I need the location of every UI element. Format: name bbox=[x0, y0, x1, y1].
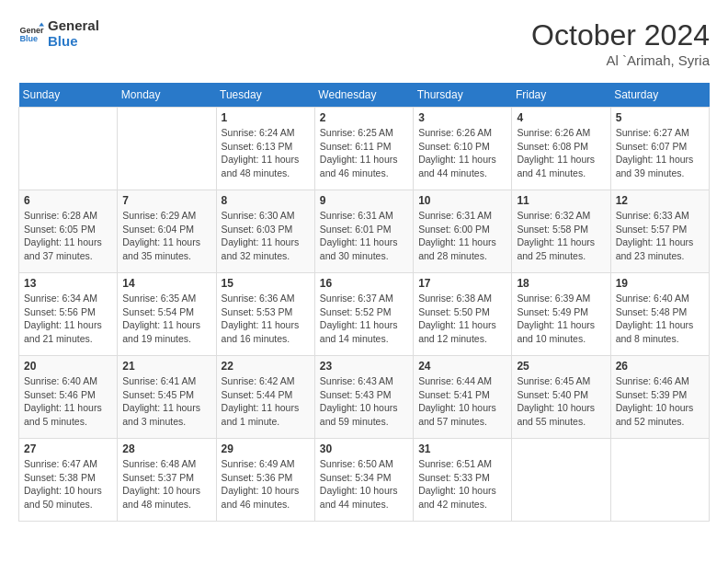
calendar-cell bbox=[118, 108, 216, 190]
logo: General Blue General Blue bbox=[18, 18, 99, 49]
day-number: 12 bbox=[616, 194, 704, 207]
svg-marker-2 bbox=[39, 22, 44, 26]
day-info: Sunrise: 6:43 AM Sunset: 5:43 PM Dayligh… bbox=[320, 374, 408, 429]
calendar-cell: 12Sunrise: 6:33 AM Sunset: 5:57 PM Dayli… bbox=[610, 190, 709, 273]
weekday-header-tuesday: Tuesday bbox=[216, 83, 314, 108]
calendar-cell: 1Sunrise: 6:24 AM Sunset: 6:13 PM Daylig… bbox=[216, 108, 314, 190]
calendar-cell: 13Sunrise: 6:34 AM Sunset: 5:56 PM Dayli… bbox=[19, 273, 118, 356]
day-info: Sunrise: 6:41 AM Sunset: 5:45 PM Dayligh… bbox=[122, 374, 210, 429]
day-number: 27 bbox=[24, 442, 112, 455]
calendar-week-row: 20Sunrise: 6:40 AM Sunset: 5:46 PM Dayli… bbox=[19, 356, 710, 439]
weekday-header-wednesday: Wednesday bbox=[314, 83, 413, 108]
calendar-cell: 30Sunrise: 6:50 AM Sunset: 5:34 PM Dayli… bbox=[314, 439, 413, 522]
day-info: Sunrise: 6:40 AM Sunset: 5:46 PM Dayligh… bbox=[24, 374, 112, 429]
day-number: 14 bbox=[122, 277, 210, 290]
calendar-cell: 9Sunrise: 6:31 AM Sunset: 6:01 PM Daylig… bbox=[314, 190, 413, 273]
day-info: Sunrise: 6:34 AM Sunset: 5:56 PM Dayligh… bbox=[24, 292, 112, 346]
calendar-cell: 11Sunrise: 6:32 AM Sunset: 5:58 PM Dayli… bbox=[512, 190, 610, 273]
day-info: Sunrise: 6:31 AM Sunset: 6:01 PM Dayligh… bbox=[320, 209, 408, 263]
calendar-cell: 14Sunrise: 6:35 AM Sunset: 5:54 PM Dayli… bbox=[118, 273, 216, 356]
day-number: 19 bbox=[616, 277, 704, 290]
calendar-cell: 31Sunrise: 6:51 AM Sunset: 5:33 PM Dayli… bbox=[414, 439, 512, 522]
day-number: 10 bbox=[418, 194, 506, 207]
weekday-header-friday: Friday bbox=[512, 83, 610, 108]
day-number: 16 bbox=[320, 277, 408, 290]
calendar-cell: 3Sunrise: 6:26 AM Sunset: 6:10 PM Daylig… bbox=[414, 108, 512, 190]
weekday-header-monday: Monday bbox=[118, 83, 216, 108]
day-number: 7 bbox=[122, 194, 210, 207]
day-number: 25 bbox=[517, 360, 605, 373]
day-number: 23 bbox=[320, 360, 408, 373]
calendar-cell: 25Sunrise: 6:45 AM Sunset: 5:40 PM Dayli… bbox=[512, 356, 610, 439]
calendar-cell: 10Sunrise: 6:31 AM Sunset: 6:00 PM Dayli… bbox=[414, 190, 512, 273]
calendar-cell: 15Sunrise: 6:36 AM Sunset: 5:53 PM Dayli… bbox=[216, 273, 314, 356]
day-number: 17 bbox=[418, 277, 506, 290]
day-number: 24 bbox=[418, 360, 506, 373]
calendar-cell bbox=[610, 439, 709, 522]
calendar-week-row: 27Sunrise: 6:47 AM Sunset: 5:38 PM Dayli… bbox=[19, 439, 710, 522]
day-number: 31 bbox=[418, 442, 506, 455]
calendar-cell: 24Sunrise: 6:44 AM Sunset: 5:41 PM Dayli… bbox=[414, 356, 512, 439]
calendar-cell: 21Sunrise: 6:41 AM Sunset: 5:45 PM Dayli… bbox=[118, 356, 216, 439]
svg-text:General: General bbox=[19, 25, 44, 34]
day-number: 28 bbox=[122, 442, 210, 455]
calendar-cell: 27Sunrise: 6:47 AM Sunset: 5:38 PM Dayli… bbox=[19, 439, 118, 522]
day-info: Sunrise: 6:40 AM Sunset: 5:48 PM Dayligh… bbox=[616, 292, 704, 346]
calendar-cell: 26Sunrise: 6:46 AM Sunset: 5:39 PM Dayli… bbox=[610, 356, 709, 439]
day-info: Sunrise: 6:26 AM Sunset: 6:08 PM Dayligh… bbox=[517, 126, 605, 180]
logo-icon: General Blue bbox=[18, 21, 44, 47]
day-info: Sunrise: 6:44 AM Sunset: 5:41 PM Dayligh… bbox=[418, 374, 506, 429]
day-info: Sunrise: 6:42 AM Sunset: 5:44 PM Dayligh… bbox=[222, 374, 310, 429]
calendar-cell: 23Sunrise: 6:43 AM Sunset: 5:43 PM Dayli… bbox=[314, 356, 413, 439]
calendar-cell: 2Sunrise: 6:25 AM Sunset: 6:11 PM Daylig… bbox=[314, 108, 413, 190]
day-info: Sunrise: 6:31 AM Sunset: 6:00 PM Dayligh… bbox=[418, 209, 506, 263]
day-info: Sunrise: 6:48 AM Sunset: 5:37 PM Dayligh… bbox=[122, 457, 210, 511]
day-number: 15 bbox=[222, 277, 310, 290]
calendar-cell: 16Sunrise: 6:37 AM Sunset: 5:52 PM Dayli… bbox=[314, 273, 413, 356]
day-info: Sunrise: 6:29 AM Sunset: 6:04 PM Dayligh… bbox=[122, 209, 210, 263]
calendar-cell: 19Sunrise: 6:40 AM Sunset: 5:48 PM Dayli… bbox=[610, 273, 709, 356]
calendar-cell: 18Sunrise: 6:39 AM Sunset: 5:49 PM Dayli… bbox=[512, 273, 610, 356]
day-info: Sunrise: 6:46 AM Sunset: 5:39 PM Dayligh… bbox=[616, 374, 704, 429]
title-block: October 2024 Al `Arimah, Syria bbox=[531, 18, 710, 68]
day-info: Sunrise: 6:32 AM Sunset: 5:58 PM Dayligh… bbox=[517, 209, 605, 263]
day-info: Sunrise: 6:33 AM Sunset: 5:57 PM Dayligh… bbox=[616, 209, 704, 263]
day-number: 6 bbox=[24, 194, 112, 207]
location-subtitle: Al `Arimah, Syria bbox=[531, 52, 710, 68]
logo-general: General bbox=[48, 18, 99, 34]
day-number: 4 bbox=[517, 111, 605, 124]
calendar-table: SundayMondayTuesdayWednesdayThursdayFrid… bbox=[18, 83, 710, 522]
day-number: 20 bbox=[24, 360, 112, 373]
calendar-cell: 8Sunrise: 6:30 AM Sunset: 6:03 PM Daylig… bbox=[216, 190, 314, 273]
day-info: Sunrise: 6:47 AM Sunset: 5:38 PM Dayligh… bbox=[24, 457, 112, 511]
day-info: Sunrise: 6:45 AM Sunset: 5:40 PM Dayligh… bbox=[517, 374, 605, 429]
calendar-header: SundayMondayTuesdayWednesdayThursdayFrid… bbox=[19, 83, 710, 108]
day-info: Sunrise: 6:38 AM Sunset: 5:50 PM Dayligh… bbox=[418, 292, 506, 346]
day-info: Sunrise: 6:39 AM Sunset: 5:49 PM Dayligh… bbox=[517, 292, 605, 346]
page-header: General Blue General Blue October 2024 A… bbox=[18, 18, 710, 68]
day-number: 18 bbox=[517, 277, 605, 290]
day-info: Sunrise: 6:37 AM Sunset: 5:52 PM Dayligh… bbox=[320, 292, 408, 346]
day-info: Sunrise: 6:30 AM Sunset: 6:03 PM Dayligh… bbox=[222, 209, 310, 263]
day-info: Sunrise: 6:36 AM Sunset: 5:53 PM Dayligh… bbox=[222, 292, 310, 346]
calendar-cell: 17Sunrise: 6:38 AM Sunset: 5:50 PM Dayli… bbox=[414, 273, 512, 356]
day-info: Sunrise: 6:27 AM Sunset: 6:07 PM Dayligh… bbox=[616, 126, 704, 180]
calendar-cell: 4Sunrise: 6:26 AM Sunset: 6:08 PM Daylig… bbox=[512, 108, 610, 190]
calendar-cell bbox=[19, 108, 118, 190]
calendar-cell: 28Sunrise: 6:48 AM Sunset: 5:37 PM Dayli… bbox=[118, 439, 216, 522]
calendar-cell bbox=[512, 439, 610, 522]
day-number: 3 bbox=[418, 111, 506, 124]
day-info: Sunrise: 6:26 AM Sunset: 6:10 PM Dayligh… bbox=[418, 126, 506, 180]
calendar-cell: 7Sunrise: 6:29 AM Sunset: 6:04 PM Daylig… bbox=[118, 190, 216, 273]
calendar-week-row: 6Sunrise: 6:28 AM Sunset: 6:05 PM Daylig… bbox=[19, 190, 710, 273]
day-info: Sunrise: 6:25 AM Sunset: 6:11 PM Dayligh… bbox=[320, 126, 408, 180]
calendar-cell: 22Sunrise: 6:42 AM Sunset: 5:44 PM Dayli… bbox=[216, 356, 314, 439]
weekday-header-saturday: Saturday bbox=[610, 83, 709, 108]
day-number: 5 bbox=[616, 111, 704, 124]
day-number: 13 bbox=[24, 277, 112, 290]
calendar-cell: 5Sunrise: 6:27 AM Sunset: 6:07 PM Daylig… bbox=[610, 108, 709, 190]
weekday-header-thursday: Thursday bbox=[414, 83, 512, 108]
day-number: 30 bbox=[320, 442, 408, 455]
svg-text:Blue: Blue bbox=[19, 34, 38, 43]
calendar-cell: 29Sunrise: 6:49 AM Sunset: 5:36 PM Dayli… bbox=[216, 439, 314, 522]
